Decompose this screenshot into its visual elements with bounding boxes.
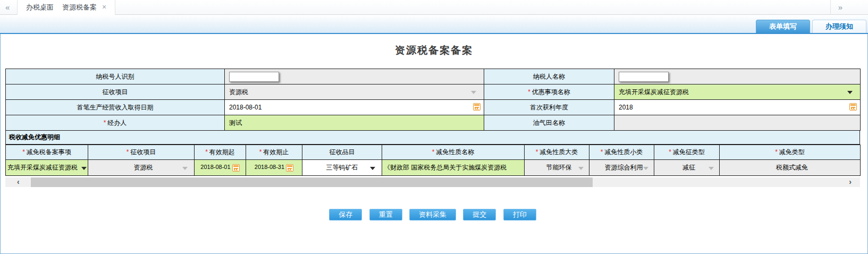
chevron-down-icon bbox=[182, 167, 188, 170]
col-label: 征收项目 bbox=[130, 148, 156, 156]
scrollbar-thumb[interactable] bbox=[31, 177, 593, 187]
save-button[interactable]: 保存 bbox=[329, 209, 362, 221]
handler-value: 测试 bbox=[229, 119, 242, 126]
horizontal-scrollbar[interactable]: ‹ › bbox=[5, 177, 860, 187]
chevron-down-icon[interactable] bbox=[81, 167, 87, 170]
detail-header-row: *减免税备案事项 *征收项目 *有效期起 *有效期止 征收品目 *减免性质名称 … bbox=[6, 145, 861, 160]
taxpayer-name-cell bbox=[614, 69, 861, 84]
submit-button[interactable]: 提交 bbox=[463, 209, 496, 221]
cell-value: 充填开采煤炭减征资源税 bbox=[7, 164, 78, 171]
required-mark: * bbox=[775, 148, 778, 156]
cell-reduction-type: 税额式减免 bbox=[720, 160, 861, 176]
cell-value: 2018-08-01 bbox=[200, 164, 230, 170]
col-label: 减免类型 bbox=[779, 148, 805, 156]
scroll-left-icon[interactable]: ‹ bbox=[17, 177, 20, 187]
form-row-3: 首笔生产经营收入取得日期 2018-08-01 首次获利年度 2018 bbox=[6, 100, 861, 115]
cell-value: 税额式减免 bbox=[776, 164, 808, 171]
col-levy-category: 征收品目 bbox=[302, 145, 382, 160]
form-row-1: 纳税号人识别 纳税人名称 bbox=[6, 69, 861, 84]
taxpayer-id-input[interactable] bbox=[229, 72, 279, 82]
calendar-icon[interactable] bbox=[286, 164, 293, 172]
preference-item-label-text: 优惠事项名称 bbox=[532, 88, 570, 96]
col-label: 减免性质小类 bbox=[604, 148, 643, 156]
collapse-left-icon[interactable]: « bbox=[5, 0, 10, 15]
required-mark: * bbox=[669, 148, 671, 156]
chevron-down-icon[interactable] bbox=[370, 167, 375, 170]
taxpayer-name-label: 纳税人名称 bbox=[484, 69, 614, 84]
calendar-icon[interactable] bbox=[473, 103, 481, 111]
cell-value: 节能环保 bbox=[546, 164, 572, 171]
cell-value: 资源综合利用 bbox=[605, 164, 643, 171]
taxpayer-id-cell bbox=[225, 69, 484, 84]
chevron-down-icon bbox=[643, 167, 648, 170]
header-band: 表单填写 办理须知 bbox=[0, 15, 868, 34]
required-mark: * bbox=[22, 148, 25, 156]
cell-value: 减征 bbox=[682, 164, 695, 171]
col-reduction-type: *减免类型 bbox=[720, 145, 861, 160]
taxpayer-name-input[interactable] bbox=[619, 72, 669, 82]
content-panel: 资源税备案备案 纳税号人识别 纳税人名称 征收项目 资源税 *优惠事项名称 bbox=[0, 34, 868, 254]
form-row-4: *经办人 测试 油气田名称 bbox=[6, 115, 861, 131]
cell-levy-category-select[interactable]: 三等钨矿石 bbox=[302, 160, 382, 176]
first-profit-year-field[interactable]: 2018 bbox=[614, 100, 861, 115]
cell-nature-name[interactable]: 《财政部 国家税务总局关于实施煤炭资源税 bbox=[382, 160, 525, 176]
first-income-date-label: 首笔生产经营收入取得日期 bbox=[6, 100, 225, 115]
cell-filing-item-select[interactable]: 充填开采煤炭减征资源税 bbox=[6, 160, 88, 176]
section-title-tax-reduction-detail: 税收减免优惠明细 bbox=[5, 131, 860, 145]
required-mark: * bbox=[104, 119, 106, 126]
tab-instructions[interactable]: 办理须知 bbox=[812, 20, 866, 33]
col-label: 征收品目 bbox=[330, 148, 355, 156]
col-label: 有效期止 bbox=[263, 148, 289, 156]
col-levy-type: *减免征类型 bbox=[654, 145, 720, 160]
cell-valid-from-date[interactable]: 2018-08-01 bbox=[195, 160, 246, 176]
cell-nature-major-select: 节能环保 bbox=[525, 160, 589, 176]
chevron-down-icon[interactable] bbox=[847, 91, 853, 94]
col-levy-project: *征收项目 bbox=[88, 145, 195, 160]
cell-levy-type-select: 减征 bbox=[654, 160, 720, 176]
handler-field[interactable]: 测试 bbox=[225, 115, 484, 131]
col-filing-item: *减免税备案事项 bbox=[6, 145, 88, 160]
chevron-down-icon bbox=[709, 167, 714, 170]
calendar-icon[interactable] bbox=[849, 103, 857, 111]
preference-item-label: *优惠事项名称 bbox=[484, 84, 614, 100]
view-tabs: 表单填写 办理须知 bbox=[754, 20, 866, 33]
reset-button[interactable]: 重置 bbox=[369, 209, 402, 221]
action-buttons: 保存 重置 资料采集 提交 打印 bbox=[5, 209, 860, 221]
chevron-down-icon bbox=[578, 167, 584, 170]
required-mark: * bbox=[127, 148, 129, 156]
col-nature-minor: *减免性质小类 bbox=[589, 145, 654, 160]
print-button[interactable]: 打印 bbox=[503, 209, 536, 221]
first-profit-year-value: 2018 bbox=[619, 104, 633, 111]
cell-valid-to-date[interactable]: 2018-08-31 bbox=[246, 160, 302, 176]
cell-value: 三等钨矿石 bbox=[326, 164, 358, 171]
expand-right-icon[interactable]: » bbox=[830, 0, 850, 15]
form-row-2: 征收项目 资源税 *优惠事项名称 充填开采煤炭减征资源税 bbox=[6, 84, 861, 100]
tab-form-fill[interactable]: 表单填写 bbox=[756, 20, 810, 33]
tab-resource-tax-filing[interactable]: 资源税备案× bbox=[54, 0, 115, 15]
first-income-date-value: 2018-08-01 bbox=[229, 104, 262, 111]
first-income-date-field[interactable]: 2018-08-01 bbox=[225, 100, 484, 115]
required-mark: * bbox=[432, 148, 435, 156]
required-mark: * bbox=[601, 148, 603, 156]
preference-item-select[interactable]: 充填开采煤炭减征资源税 bbox=[614, 84, 861, 100]
detail-table: *减免税备案事项 *征收项目 *有效期起 *有效期止 征收品目 *减免性质名称 … bbox=[5, 145, 861, 176]
levy-project-label: 征收项目 bbox=[6, 84, 225, 100]
cell-levy-project-select: 资源税 bbox=[88, 160, 195, 176]
tab-resource-tax-filing-label: 资源税备案 bbox=[62, 3, 97, 11]
first-profit-year-label: 首次获利年度 bbox=[484, 100, 614, 115]
required-mark: * bbox=[536, 148, 538, 156]
close-icon[interactable]: × bbox=[102, 3, 106, 11]
taxpayer-id-label: 纳税号人识别 bbox=[6, 69, 225, 84]
required-mark: * bbox=[528, 88, 530, 96]
preference-item-value: 充填开采煤炭减征资源税 bbox=[619, 88, 689, 96]
scroll-right-icon[interactable]: › bbox=[849, 177, 852, 187]
oilfield-name-field bbox=[614, 115, 861, 131]
form-content: 纳税号人识别 纳税人名称 征收项目 资源税 *优惠事项名称 充填开采煤炭减征资源… bbox=[5, 69, 860, 221]
col-nature-name: *减免性质名称 bbox=[382, 145, 525, 160]
data-collection-button[interactable]: 资料采集 bbox=[409, 209, 456, 221]
calendar-icon[interactable] bbox=[232, 164, 240, 172]
cell-nature-minor-select: 资源综合利用 bbox=[589, 160, 654, 176]
main-form-table: 纳税号人识别 纳税人名称 征收项目 资源税 *优惠事项名称 充填开采煤炭减征资源… bbox=[5, 69, 861, 131]
required-mark: * bbox=[259, 148, 262, 156]
col-label: 减免税备案事项 bbox=[27, 148, 71, 156]
